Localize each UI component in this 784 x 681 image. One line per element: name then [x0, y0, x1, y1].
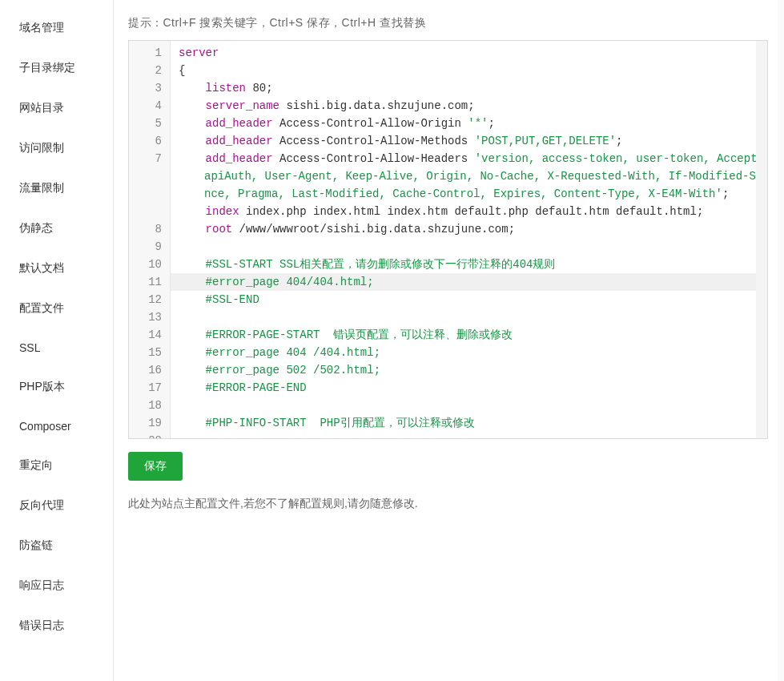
line-number: 2 [129, 62, 162, 79]
sidebar-item-default-document[interactable]: 默认文档 [0, 248, 113, 288]
line-number: 1 [129, 44, 162, 62]
sidebar-item-access-restriction[interactable]: 访问限制 [0, 128, 113, 168]
line-number: 6 [129, 132, 162, 150]
code-line[interactable]: listen 80; [179, 79, 767, 97]
sidebar-item-config-file[interactable]: 配置文件 [0, 288, 113, 328]
code-line[interactable]: add_header Access-Control-Allow-Headers … [179, 150, 767, 203]
code-line[interactable] [179, 397, 767, 414]
sidebar-item-error-log[interactable]: 错误日志 [0, 606, 113, 646]
sidebar-item-rewrite[interactable]: 伪静态 [0, 208, 113, 248]
line-number: 15 [129, 344, 162, 361]
line-number-gutter: 1234567891011121314151617181920 [129, 41, 171, 438]
line-number: 7 [129, 150, 162, 220]
sidebar-item-site-directory[interactable]: 网站目录 [0, 88, 113, 128]
line-number: 10 [129, 256, 162, 273]
sidebar-item-traffic-limit[interactable]: 流量限制 [0, 168, 113, 208]
code-area[interactable]: server{ listen 80; server_name sishi.big… [171, 41, 767, 438]
editor-scrollbar[interactable] [756, 41, 767, 438]
code-line[interactable]: server_name sishi.big.data.shzujune.com; [179, 97, 767, 115]
sidebar-item-response-log[interactable]: 响应日志 [0, 566, 113, 606]
code-line[interactable]: #error_page 404 /404.html; [179, 344, 767, 361]
code-line[interactable]: #ERROR-PAGE-END [179, 379, 767, 397]
line-number: 18 [129, 397, 162, 414]
line-number: 3 [129, 79, 162, 97]
code-line[interactable]: add_header Access-Control-Allow-Methods … [179, 132, 767, 150]
code-line[interactable]: #error_page 502 /502.html; [179, 361, 767, 379]
footer-note: 此处为站点主配置文件,若您不了解配置规则,请勿随意修改. [128, 497, 768, 511]
line-number: 20 [129, 432, 162, 439]
sidebar-item-php-version[interactable]: PHP版本 [0, 367, 113, 407]
line-number: 4 [129, 97, 162, 115]
code-line[interactable] [179, 308, 767, 326]
code-line[interactable]: #SSL-END [179, 291, 767, 308]
sidebar-item-redirect[interactable]: 重定向 [0, 445, 113, 486]
code-line[interactable]: { [179, 62, 767, 79]
code-line[interactable] [179, 238, 767, 256]
code-line[interactable]: #ERROR-PAGE-START 错误页配置，可以注释、删除或修改 [179, 326, 767, 344]
line-number: 17 [129, 379, 162, 397]
line-number: 16 [129, 361, 162, 379]
sidebar-item-domain-management[interactable]: 域名管理 [0, 8, 113, 48]
sidebar-item-anti-leech[interactable]: 防盗链 [0, 526, 113, 566]
code-line[interactable]: root /www/wwwroot/sishi.big.data.shzujun… [179, 220, 767, 238]
code-editor[interactable]: 1234567891011121314151617181920 server{ … [128, 40, 768, 439]
line-number: 14 [129, 326, 162, 344]
sidebar-item-subdir-binding[interactable]: 子目录绑定 [0, 48, 113, 88]
panel-scrollbar[interactable] [778, 0, 784, 681]
sidebar-item-reverse-proxy[interactable]: 反向代理 [0, 486, 113, 526]
button-row: 保存 [128, 452, 768, 481]
save-button[interactable]: 保存 [128, 452, 183, 481]
code-line[interactable]: index index.php index.html index.htm def… [179, 203, 767, 220]
hint-text: 提示：Ctrl+F 搜索关键字，Ctrl+S 保存，Ctrl+H 查找替换 [128, 16, 768, 30]
line-number: 5 [129, 115, 162, 132]
sidebar-item-ssl[interactable]: SSL [0, 328, 113, 367]
main-content: 提示：Ctrl+F 搜索关键字，Ctrl+S 保存，Ctrl+H 查找替换 12… [114, 0, 784, 681]
line-number: 11 [129, 273, 162, 291]
code-line[interactable]: add_header Access-Control-Allow-Origin '… [179, 115, 767, 132]
code-line[interactable]: #PHP-INFO-START PHP引用配置，可以注释或修改 [179, 414, 767, 432]
sidebar-item-composer[interactable]: Composer [0, 407, 113, 445]
code-line[interactable]: #error_page 404/404.html; [171, 273, 767, 291]
code-line[interactable]: #SSL-START SSL相关配置，请勿删除或修改下一行带注释的404规则 [179, 256, 767, 273]
line-number: 12 [129, 291, 162, 308]
line-number: 19 [129, 414, 162, 432]
code-line[interactable]: server [179, 44, 767, 62]
sidebar: 域名管理子目录绑定网站目录访问限制流量限制伪静态默认文档配置文件SSLPHP版本… [0, 0, 114, 681]
line-number: 13 [129, 308, 162, 326]
line-number: 8 [129, 220, 162, 238]
line-number: 9 [129, 238, 162, 256]
